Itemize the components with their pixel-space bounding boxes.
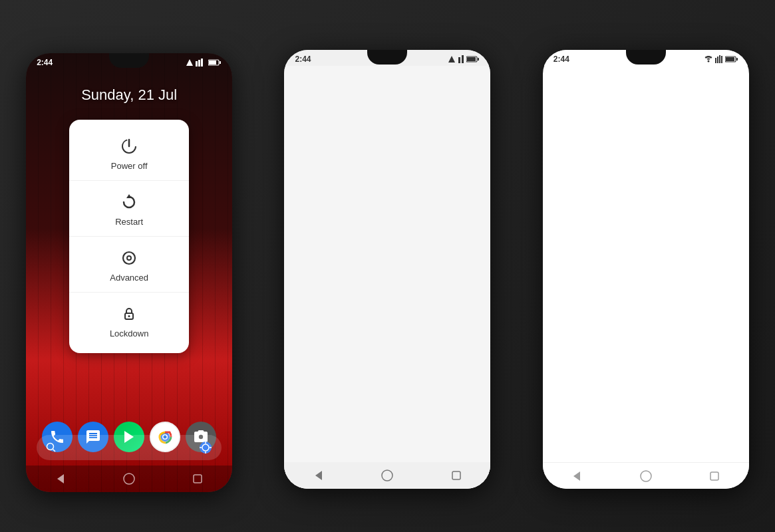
svg-rect-1 xyxy=(196,61,198,66)
svg-rect-113 xyxy=(721,56,722,63)
svg-point-11 xyxy=(127,256,131,260)
restart-label: Restart xyxy=(115,217,143,227)
phone2-back-button[interactable] xyxy=(311,467,327,483)
svg-rect-108 xyxy=(452,471,460,479)
phone-1: 2:44 Sunday, 21 Jul Power off xyxy=(26,53,232,492)
power-off-icon xyxy=(117,134,141,158)
lockdown-button[interactable]: Lockdown xyxy=(69,293,189,348)
phone2-time: 2:44 xyxy=(295,55,311,64)
advanced-button[interactable]: Advanced xyxy=(69,237,189,293)
svg-point-27 xyxy=(124,473,134,484)
svg-point-18 xyxy=(47,444,54,450)
phone1-nav-bar xyxy=(26,466,232,492)
scene: 2:44 Sunday, 21 Jul Power off xyxy=(0,0,775,532)
svg-rect-2 xyxy=(198,60,200,66)
lockdown-icon xyxy=(117,302,141,326)
svg-rect-3 xyxy=(201,59,203,66)
svg-marker-9 xyxy=(126,194,132,198)
phone1-status-bar: 2:44 xyxy=(26,53,232,69)
svg-marker-26 xyxy=(57,474,64,483)
svg-point-107 xyxy=(382,470,392,481)
restart-icon xyxy=(117,190,141,214)
power-off-button[interactable]: Power off xyxy=(69,125,189,181)
phone1-date: Sunday, 21 Jul xyxy=(26,86,232,104)
svg-rect-115 xyxy=(736,58,738,61)
svg-point-10 xyxy=(123,252,135,264)
svg-rect-132 xyxy=(710,472,718,480)
svg-line-19 xyxy=(53,450,56,452)
phone1-time: 2:44 xyxy=(37,58,53,67)
advanced-label: Advanced xyxy=(110,273,148,283)
phone2-nav-bar xyxy=(284,462,490,489)
svg-rect-116 xyxy=(726,57,734,61)
phone3-recents-button[interactable] xyxy=(706,468,722,484)
phone1-home-button[interactable] xyxy=(121,471,137,487)
svg-rect-31 xyxy=(462,55,464,63)
svg-marker-29 xyxy=(448,56,455,63)
phone3-status-icons xyxy=(704,55,738,63)
phone2-status-bar: 2:44 xyxy=(284,50,490,66)
phone3-back-button[interactable] xyxy=(569,468,585,484)
phone2-bg xyxy=(284,50,490,489)
phone1-recents-button[interactable] xyxy=(190,471,206,487)
power-menu: Power off Restart Advanc xyxy=(69,120,189,353)
svg-rect-30 xyxy=(458,57,460,63)
svg-marker-130 xyxy=(573,471,580,481)
phone3-home-button[interactable] xyxy=(638,468,654,484)
svg-marker-0 xyxy=(186,59,193,66)
phone2-status-icons xyxy=(448,55,480,63)
phone1-status-icons xyxy=(186,59,222,66)
svg-rect-34 xyxy=(467,57,476,61)
phone1-back-button[interactable] xyxy=(53,471,69,487)
lockdown-label: Lockdown xyxy=(110,329,149,338)
phone-3: 2:44 Search in Settings Sound Volume, vi… xyxy=(543,50,749,489)
svg-rect-111 xyxy=(717,57,718,63)
phone3-time: 2:44 xyxy=(553,55,569,64)
svg-rect-33 xyxy=(478,58,479,61)
advanced-icon xyxy=(117,246,141,270)
phone3-status-bar: 2:44 xyxy=(543,50,749,66)
power-off-label: Power off xyxy=(111,161,148,171)
svg-rect-28 xyxy=(194,475,202,483)
phone3-nav-bar xyxy=(543,462,749,489)
svg-rect-112 xyxy=(719,55,720,63)
svg-point-109 xyxy=(707,61,709,63)
restart-button[interactable]: Restart xyxy=(69,181,189,237)
svg-rect-6 xyxy=(209,61,216,65)
phone-2: 2:44 G xyxy=(284,50,490,489)
phone3-bg xyxy=(543,50,749,489)
svg-point-13 xyxy=(128,315,130,317)
svg-point-131 xyxy=(641,471,651,481)
svg-rect-110 xyxy=(715,58,716,63)
svg-marker-106 xyxy=(315,471,322,480)
phone1-search-bar[interactable] xyxy=(37,435,222,460)
svg-rect-5 xyxy=(220,61,221,64)
phone2-recents-button[interactable] xyxy=(448,467,464,483)
phone2-home-button[interactable] xyxy=(379,467,395,483)
